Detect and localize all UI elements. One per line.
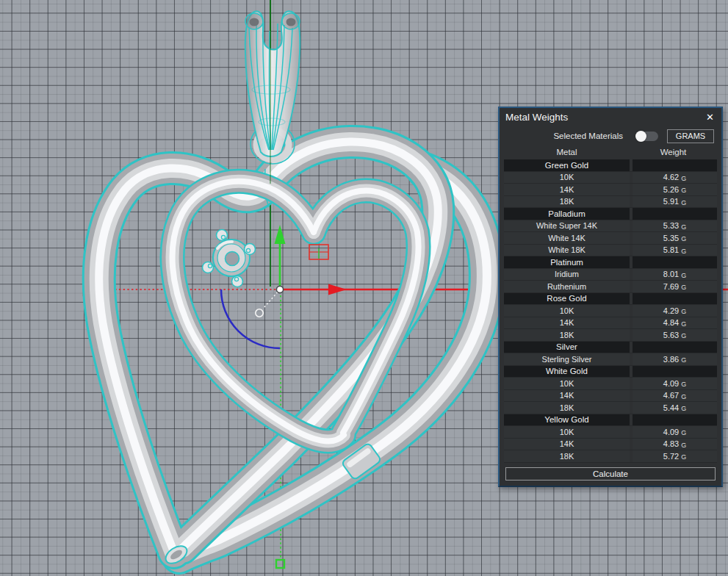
prong bbox=[203, 262, 214, 273]
prong bbox=[232, 276, 243, 287]
panel-title: Metal Weights bbox=[505, 112, 568, 123]
rotation-arc-handle[interactable] bbox=[221, 289, 280, 348]
weight-value: 5.63G bbox=[633, 329, 717, 341]
metal-variant-label: 10K bbox=[504, 172, 630, 184]
metal-group-header-row[interactable]: Silver bbox=[504, 342, 717, 354]
calculate-button[interactable]: Calculate bbox=[505, 467, 716, 480]
weight-row[interactable]: 14K4.83G bbox=[504, 439, 717, 451]
weight-value: 4.83G bbox=[633, 439, 717, 450]
metal-variant-label: 14K bbox=[504, 390, 630, 402]
metal-variant-label: 18K bbox=[504, 450, 630, 462]
weight-unit: G bbox=[681, 199, 686, 206]
weight-unit: G bbox=[681, 187, 686, 194]
metal-group-name: White Gold bbox=[504, 366, 630, 378]
metal-variant-label: 18K bbox=[504, 402, 630, 414]
metal-group-weight-cell bbox=[633, 256, 717, 268]
weight-row[interactable]: 14K5.26G bbox=[504, 184, 717, 196]
gizmo-origin-point[interactable] bbox=[276, 286, 283, 292]
metal-group-name: Silver bbox=[504, 342, 630, 353]
metal-group-name: Yellow Gold bbox=[504, 414, 630, 426]
weight-value: 4.09G bbox=[633, 378, 717, 389]
prong bbox=[245, 244, 256, 255]
metal-group-header-row[interactable]: Platinum bbox=[504, 256, 717, 269]
weight-row[interactable]: 10K4.09G bbox=[504, 426, 717, 439]
y-axis-arrow[interactable] bbox=[275, 225, 286, 244]
weight-unit: G bbox=[681, 320, 686, 328]
weight-row[interactable]: 18K5.44G bbox=[504, 402, 717, 414]
metal-group-weight-cell bbox=[633, 159, 717, 171]
inner-heart-tube[interactable] bbox=[173, 181, 419, 442]
metal-variant-label: 14K bbox=[504, 184, 630, 195]
unit-button[interactable]: GRAMS bbox=[667, 129, 714, 143]
close-icon[interactable]: ✕ bbox=[706, 108, 714, 127]
metal-group-header-row[interactable]: Palladium bbox=[504, 208, 717, 220]
gem-hole bbox=[226, 252, 239, 266]
weight-row[interactable]: 14K4.67G bbox=[504, 390, 717, 403]
viewport-3d[interactable]: Metal Weights ✕ Selected Materials GRAMS… bbox=[0, 0, 728, 576]
metal-variant-label: White Super 14K bbox=[504, 220, 630, 232]
weight-value: 5.44G bbox=[633, 402, 717, 414]
weight-row[interactable]: White 14K5.35G bbox=[504, 232, 717, 245]
weight-value: 4.62G bbox=[633, 172, 717, 184]
profile-rect-marker[interactable] bbox=[309, 245, 328, 259]
weight-value: 5.33G bbox=[633, 220, 717, 232]
x-axis-arrow[interactable] bbox=[328, 284, 347, 295]
metal-variant-label: Ruthenium bbox=[504, 281, 630, 292]
selected-materials-label: Selected Materials bbox=[553, 132, 623, 140]
weight-unit: G bbox=[681, 381, 686, 388]
metal-group-name: Platinum bbox=[504, 256, 630, 268]
weight-row[interactable]: Ruthenium7.69G bbox=[504, 281, 717, 293]
metal-group-header-row[interactable]: Yellow Gold bbox=[504, 414, 717, 427]
weight-value: 5.26G bbox=[633, 184, 717, 195]
weight-unit: G bbox=[681, 284, 686, 291]
metal-variant-label: 18K bbox=[504, 329, 630, 341]
weight-row[interactable]: Sterling Silver3.86G bbox=[504, 353, 717, 366]
metal-group-weight-cell bbox=[633, 342, 717, 353]
weight-unit: G bbox=[681, 442, 686, 449]
weight-row[interactable]: 14K4.84G bbox=[504, 317, 717, 330]
metal-group-header-row[interactable]: White Gold bbox=[504, 366, 717, 378]
weight-value: 7.69G bbox=[633, 281, 717, 292]
weight-row[interactable]: White 18K5.81G bbox=[504, 245, 717, 257]
weight-row[interactable]: 18K5.91G bbox=[504, 196, 717, 209]
metal-variant-label: 14K bbox=[504, 439, 630, 450]
metal-group-weight-cell bbox=[633, 414, 717, 426]
weight-unit: G bbox=[681, 453, 686, 461]
metal-variant-label: Iridium bbox=[504, 269, 630, 281]
weight-row[interactable]: 10K4.62G bbox=[504, 172, 717, 184]
weight-unit: G bbox=[681, 175, 686, 182]
weight-row[interactable]: White Super 14K5.33G bbox=[504, 220, 717, 233]
metal-group-weight-cell bbox=[633, 293, 717, 305]
metal-variant-label: 10K bbox=[504, 305, 630, 317]
weight-row[interactable]: 18K5.63G bbox=[504, 329, 717, 342]
weight-row[interactable]: 18K5.72G bbox=[504, 450, 717, 463]
weight-row[interactable]: 10K4.09G bbox=[504, 378, 717, 390]
weight-unit: G bbox=[681, 429, 686, 436]
metal-variant-label: 18K bbox=[504, 196, 630, 208]
weight-unit: G bbox=[681, 405, 686, 412]
metal-group-header-row[interactable]: Green Gold bbox=[504, 159, 717, 172]
weight-value: 8.01G bbox=[633, 269, 717, 281]
weight-unit: G bbox=[681, 223, 686, 231]
weight-value: 5.35G bbox=[633, 232, 717, 244]
panel-title-bar[interactable]: Metal Weights ✕ bbox=[500, 108, 721, 127]
metal-group-header-row[interactable]: Rose Gold bbox=[504, 293, 717, 306]
prong bbox=[217, 230, 228, 241]
weight-row[interactable]: 10K4.29G bbox=[504, 305, 717, 317]
metal-variant-label: White 18K bbox=[504, 245, 630, 256]
drag-handle-circle[interactable] bbox=[256, 309, 263, 317]
metal-group-name: Rose Gold bbox=[504, 293, 630, 305]
weight-value: 4.29G bbox=[633, 305, 717, 317]
metal-variant-label: 14K bbox=[504, 317, 630, 329]
table-column-headers: Metal Weight bbox=[500, 145, 721, 159]
metal-variant-label: 10K bbox=[504, 378, 630, 389]
metal-group-name: Green Gold bbox=[504, 159, 630, 171]
gem-setting[interactable] bbox=[203, 230, 256, 287]
selected-materials-toggle[interactable] bbox=[636, 132, 658, 141]
weight-value: 4.09G bbox=[633, 426, 717, 438]
y-end-marker[interactable] bbox=[276, 560, 284, 568]
weights-table: Green Gold10K4.62G14K5.26G18K5.91GPallad… bbox=[500, 159, 721, 463]
weight-row[interactable]: Iridium8.01G bbox=[504, 269, 717, 281]
weight-value: 4.67G bbox=[633, 390, 717, 402]
weight-value: 5.91G bbox=[633, 196, 717, 208]
